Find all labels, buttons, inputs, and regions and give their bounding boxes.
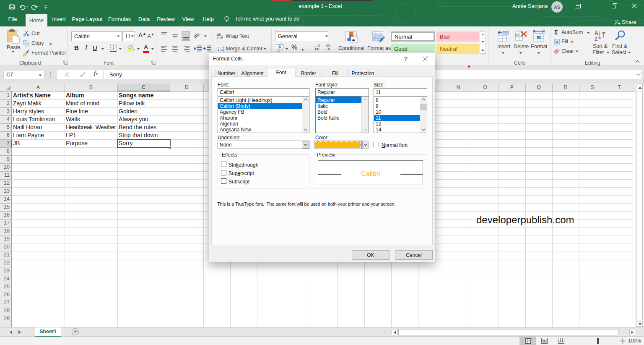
svg-text:$: $ — [279, 45, 281, 49]
svg-text:ab: ab — [194, 32, 200, 39]
svg-text:A: A — [595, 30, 598, 36]
svg-text:Z: Z — [595, 36, 597, 41]
svg-text:≠: ≠ — [352, 37, 355, 43]
svg-text:c: c — [217, 36, 219, 39]
